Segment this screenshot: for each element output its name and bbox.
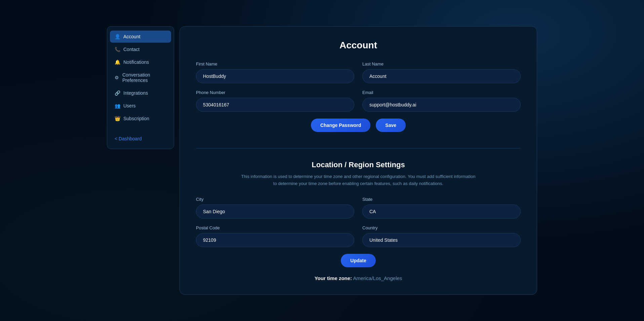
sidebar-item-conversation-preferences[interactable]: ⚙ Conversation Preferences — [110, 69, 171, 86]
users-icon: 👥 — [115, 103, 120, 108]
city-group: City — [196, 197, 354, 219]
location-title: Location / Region Settings — [196, 160, 521, 169]
last-name-group: Last Name — [362, 61, 521, 83]
sidebar-item-integrations-label: Integrations — [123, 90, 148, 96]
first-name-group: First Name — [196, 61, 354, 83]
last-name-input[interactable] — [362, 69, 521, 83]
sidebar-item-subscription-label: Subscription — [123, 116, 149, 121]
state-label: State — [362, 197, 521, 202]
change-password-button[interactable]: Change Password — [311, 119, 370, 132]
name-row: First Name Last Name — [196, 61, 521, 83]
postal-input[interactable] — [196, 233, 354, 247]
city-state-row: City State — [196, 197, 521, 219]
state-input[interactable] — [362, 204, 521, 219]
sidebar-item-integrations[interactable]: 🔗 Integrations — [110, 87, 171, 99]
integrations-icon: 🔗 — [115, 90, 120, 96]
phone-label: Phone Number — [196, 90, 354, 95]
account-icon: 👤 — [115, 34, 120, 39]
save-button[interactable]: Save — [376, 119, 406, 132]
country-input[interactable] — [362, 233, 521, 247]
country-group: Country — [362, 225, 521, 247]
sidebar-item-users-label: Users — [123, 103, 136, 108]
location-section: Location / Region Settings This informat… — [196, 148, 521, 281]
postal-group: Postal Code — [196, 225, 354, 247]
update-button[interactable]: Update — [341, 254, 375, 267]
sidebar-item-contact-label: Contact — [123, 47, 139, 52]
last-name-label: Last Name — [362, 61, 521, 66]
sidebar-item-notifications-label: Notifications — [123, 59, 149, 65]
main-panel: Account First Name Last Name Phone Numbe… — [179, 26, 537, 295]
update-row: Update — [196, 254, 521, 267]
first-name-label: First Name — [196, 61, 354, 66]
sidebar-item-contact[interactable]: 📞 Contact — [110, 43, 171, 55]
app-layout: 👤 Account 📞 Contact 🔔 Notifications ⚙ Co… — [107, 26, 537, 295]
conversation-prefs-icon: ⚙ — [115, 75, 119, 80]
country-label: Country — [362, 225, 521, 230]
subscription-icon: 👑 — [115, 116, 120, 121]
sidebar-item-notifications[interactable]: 🔔 Notifications — [110, 56, 171, 68]
sidebar-spacer — [110, 125, 171, 132]
sidebar: 👤 Account 📞 Contact 🔔 Notifications ⚙ Co… — [107, 26, 174, 149]
postal-label: Postal Code — [196, 225, 354, 230]
dashboard-link[interactable]: < Dashboard — [110, 133, 171, 145]
email-input[interactable] — [362, 98, 521, 112]
sidebar-item-conversation-preferences-label: Conversation Preferences — [122, 72, 166, 83]
email-label: Email — [362, 90, 521, 95]
location-description: This information is used to determine yo… — [241, 173, 476, 187]
city-label: City — [196, 197, 354, 202]
email-group: Email — [362, 90, 521, 112]
postal-country-row: Postal Code Country — [196, 225, 521, 247]
sidebar-item-account-label: Account — [123, 34, 140, 39]
timezone-label: Your time zone: — [315, 275, 352, 281]
account-button-row: Change Password Save — [196, 119, 521, 132]
city-input[interactable] — [196, 204, 354, 219]
sidebar-item-users[interactable]: 👥 Users — [110, 100, 171, 112]
sidebar-item-account[interactable]: 👤 Account — [110, 31, 171, 43]
contact-row: Phone Number Email — [196, 90, 521, 112]
notifications-icon: 🔔 — [115, 59, 120, 65]
phone-group: Phone Number — [196, 90, 354, 112]
sidebar-item-subscription[interactable]: 👑 Subscription — [110, 112, 171, 125]
timezone-value: America/Los_Angeles — [353, 275, 402, 281]
phone-input[interactable] — [196, 98, 354, 112]
timezone-row: Your time zone: America/Los_Angeles — [196, 275, 521, 281]
contact-icon: 📞 — [115, 47, 120, 52]
account-title: Account — [196, 40, 521, 51]
state-group: State — [362, 197, 521, 219]
first-name-input[interactable] — [196, 69, 354, 83]
dashboard-label: < Dashboard — [115, 136, 142, 141]
